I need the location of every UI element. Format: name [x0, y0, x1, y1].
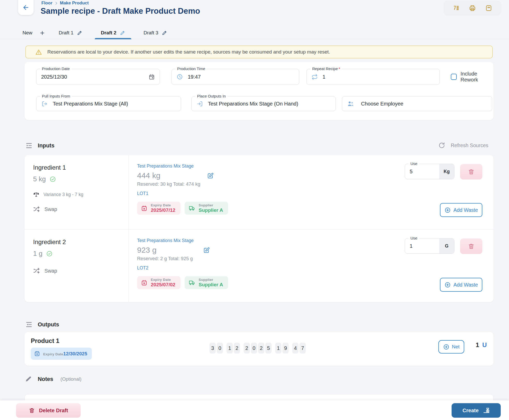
pull-inputs-from-label: Pull Inputs From: [40, 94, 72, 98]
export-icon: [41, 100, 48, 107]
outputs-card: Product 1 Expiry Date12/30/2025 3 0 1 2 …: [25, 332, 493, 366]
tab-draft-2[interactable]: Draft 2: [101, 27, 125, 39]
ingredient-name: Ingredient 1: [33, 164, 128, 171]
back-button[interactable]: [18, 0, 34, 15]
lot-link[interactable]: LOT1: [137, 191, 148, 196]
warning-icon: [35, 49, 42, 56]
code-digit[interactable]: 1: [275, 343, 281, 354]
code-digit[interactable]: 9: [282, 343, 289, 354]
code-digit[interactable]: 5: [265, 343, 272, 354]
use-label: Use: [409, 236, 419, 240]
edit-source-button[interactable]: [207, 172, 214, 179]
production-form-card: Production Date 2025/12/30 Production Ti…: [25, 62, 493, 120]
scale-button[interactable]: [485, 5, 492, 12]
source-available-qty: 923 g: [137, 246, 156, 254]
code-digit[interactable]: 1: [227, 343, 233, 354]
edit-source-button[interactable]: [203, 247, 210, 254]
use-value: 1: [405, 238, 439, 253]
supplier-label: Supplier: [199, 278, 223, 282]
import-icon: [196, 100, 203, 107]
code-digit[interactable]: 3: [209, 343, 216, 354]
product-qty-unit: U: [482, 341, 487, 349]
repeat-icon: [311, 74, 318, 80]
reserved-total-text: Reserved: 30 kg Total: 474 kg: [137, 181, 493, 187]
production-date-field[interactable]: Production Date 2025/12/30: [36, 69, 160, 85]
add-waste-label: Add Waste: [453, 207, 478, 213]
net-label: Net: [452, 344, 460, 350]
tab-draft-3-label: Draft 3: [144, 30, 158, 36]
code-digit[interactable]: 0: [217, 343, 223, 354]
barcode-scan-icon: [453, 5, 460, 12]
choose-employee-field[interactable]: Choose Employee: [342, 96, 492, 111]
tab-draft-3[interactable]: Draft 3: [144, 27, 167, 39]
edit-draft-1-icon[interactable]: [77, 30, 82, 35]
create-label: Create: [462, 408, 478, 414]
edit-draft-2-icon[interactable]: [120, 30, 125, 35]
use-quantity-input[interactable]: Use 1 G: [405, 238, 454, 254]
warning-text: Reservations are local to your device. I…: [47, 49, 330, 55]
product-expiry-label: Expiry Date: [43, 352, 63, 356]
draft-tabs-bar: New Draft 1 Draft 2 Draft 3: [0, 27, 509, 39]
code-group-year: 2 0 2 5: [244, 343, 272, 354]
tab-new[interactable]: New: [23, 27, 45, 39]
employees-icon: [347, 100, 354, 108]
include-rework-checkbox[interactable]: Include Rework: [451, 69, 493, 85]
code-digit[interactable]: 0: [251, 343, 257, 354]
lot-link[interactable]: LOT2: [137, 265, 148, 271]
production-date-label: Production Date: [40, 66, 72, 71]
add-waste-button[interactable]: Add Waste: [440, 203, 482, 217]
add-waste-button[interactable]: Add Waste: [440, 278, 482, 292]
ingredient-required-qty: 1 g: [33, 250, 42, 258]
product-expiry-value: 12/30/2025: [63, 351, 87, 356]
create-button[interactable]: Create: [452, 403, 501, 418]
batch-code-segments: 3 0 1 2 2 0 2 5 1 9 4 7: [209, 343, 306, 354]
refresh-sources-label: Refresh Sources: [451, 142, 488, 148]
add-net-button[interactable]: Net: [438, 340, 464, 354]
variance-text: Variance 3 kg - 7 kg: [43, 192, 83, 197]
breadcrumb-link-make-product[interactable]: Make Product: [60, 1, 89, 6]
use-quantity-input[interactable]: Use 5 Kg: [405, 164, 454, 179]
barcode-scan-button[interactable]: [453, 5, 460, 12]
tab-draft-1[interactable]: Draft 1: [59, 27, 82, 39]
place-outputs-in-field[interactable]: Place Outputs In Test Preparations Mix S…: [191, 96, 336, 111]
ingredient-row: Ingredient 1 5 kg Variance 3 kg - 7 kg S…: [25, 155, 493, 230]
code-digit[interactable]: 2: [244, 343, 250, 354]
swap-button[interactable]: Swap: [33, 267, 128, 274]
print-button[interactable]: [469, 5, 476, 12]
use-label: Use: [409, 161, 419, 166]
delete-ingredient-button[interactable]: [460, 164, 482, 179]
trash-icon: [29, 407, 35, 414]
plus-circle-icon: [444, 207, 451, 213]
required-asterisk: *: [339, 66, 340, 71]
supplier-chip: SupplierSupplier A: [185, 276, 228, 289]
notes-section-title: Notes: [38, 376, 53, 382]
breadcrumb-link-floor[interactable]: Floor: [41, 1, 53, 6]
code-digit[interactable]: 4: [292, 343, 298, 354]
code-digit[interactable]: 2: [258, 343, 264, 354]
edit-icon: [207, 172, 214, 179]
choose-employee-value: Choose Employee: [361, 101, 403, 107]
shuffle-icon: [33, 267, 40, 274]
code-digit[interactable]: 7: [300, 343, 306, 354]
plus-circle-icon: [443, 344, 450, 350]
product-quantity: 1 U: [476, 341, 487, 349]
delete-ingredient-button[interactable]: [460, 238, 482, 254]
trash-icon: [468, 168, 475, 175]
shuffle-icon: [33, 206, 40, 213]
expiry-date-chip: Expiry Date2025/07/12: [137, 202, 181, 215]
include-rework-label: Include Rework: [461, 71, 494, 83]
edit-draft-3-icon[interactable]: [162, 30, 167, 35]
code-group-minute: 4 7: [292, 343, 306, 354]
code-group-day: 3 0: [209, 343, 223, 354]
source-stage-link[interactable]: Test Preparations Mix Stage: [137, 163, 194, 169]
repeat-recipe-label: Repeat Recipe*: [310, 66, 342, 71]
refresh-sources-button[interactable]: Refresh Sources: [438, 142, 488, 149]
swap-button[interactable]: Swap: [33, 206, 128, 213]
delete-draft-button[interactable]: Delete Draft: [16, 403, 81, 418]
pull-inputs-from-field[interactable]: Pull Inputs From Test Preparations Mix S…: [36, 96, 181, 111]
plus-icon: [40, 30, 45, 36]
code-digit[interactable]: 2: [234, 343, 240, 354]
production-time-field[interactable]: Production Time 19:47: [171, 69, 299, 85]
source-stage-link[interactable]: Test Preparations Mix Stage: [137, 238, 194, 243]
repeat-recipe-field[interactable]: Repeat Recipe* 1: [306, 69, 440, 85]
